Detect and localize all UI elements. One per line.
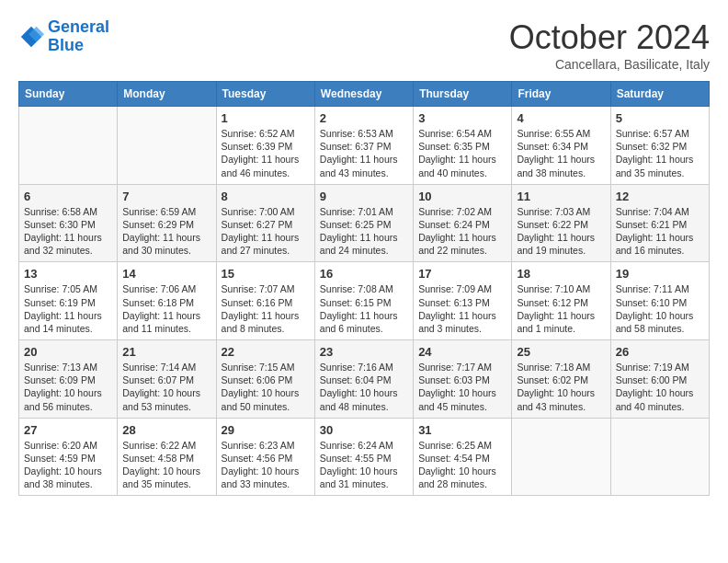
day-detail: Sunrise: 6:25 AM Sunset: 4:54 PM Dayligh… [418,439,506,491]
calendar-week-row: 1Sunrise: 6:52 AM Sunset: 6:39 PM Daylig… [19,107,710,185]
calendar-cell: 18Sunrise: 7:10 AM Sunset: 6:12 PM Dayli… [512,262,610,340]
calendar-cell: 7Sunrise: 6:59 AM Sunset: 6:29 PM Daylig… [118,184,216,262]
day-number: 19 [616,267,704,281]
day-number: 7 [122,190,210,203]
calendar-cell: 1Sunrise: 6:52 AM Sunset: 6:39 PM Daylig… [216,107,314,185]
month-title: October 2024 [509,18,710,57]
day-number: 10 [418,190,506,203]
day-detail: Sunrise: 7:04 AM Sunset: 6:21 PM Dayligh… [616,205,704,258]
day-number: 24 [418,345,506,359]
day-detail: Sunrise: 7:02 AM Sunset: 6:24 PM Dayligh… [418,205,506,258]
calendar-cell [512,418,610,496]
calendar-cell: 13Sunrise: 7:05 AM Sunset: 6:19 PM Dayli… [19,262,118,340]
day-number: 25 [517,345,605,359]
day-number: 17 [418,267,506,281]
calendar-cell: 19Sunrise: 7:11 AM Sunset: 6:10 PM Dayli… [610,262,709,340]
calendar-cell [19,107,118,185]
calendar-week-row: 6Sunrise: 6:58 AM Sunset: 6:30 PM Daylig… [19,184,710,262]
day-number: 27 [24,423,112,437]
day-number: 14 [122,267,210,281]
logo: General Blue [18,18,109,55]
calendar-cell: 29Sunrise: 6:23 AM Sunset: 4:56 PM Dayli… [216,418,314,496]
weekday-header: Thursday [414,82,512,107]
calendar-cell: 4Sunrise: 6:55 AM Sunset: 6:34 PM Daylig… [512,107,610,185]
day-detail: Sunrise: 6:22 AM Sunset: 4:58 PM Dayligh… [122,439,210,491]
calendar-cell: 5Sunrise: 6:57 AM Sunset: 6:32 PM Daylig… [610,107,709,185]
calendar-week-row: 20Sunrise: 7:13 AM Sunset: 6:09 PM Dayli… [19,340,710,419]
calendar-cell: 15Sunrise: 7:07 AM Sunset: 6:16 PM Dayli… [216,262,314,340]
day-detail: Sunrise: 6:54 AM Sunset: 6:35 PM Dayligh… [418,127,506,179]
calendar-cell: 30Sunrise: 6:24 AM Sunset: 4:55 PM Dayli… [314,418,413,496]
calendar-cell [118,107,216,185]
weekday-header: Friday [512,82,610,107]
weekday-header-row: SundayMondayTuesdayWednesdayThursdayFrid… [19,82,710,107]
calendar-cell: 10Sunrise: 7:02 AM Sunset: 6:24 PM Dayli… [414,184,512,262]
day-detail: Sunrise: 7:15 AM Sunset: 6:06 PM Dayligh… [222,361,310,413]
calendar-cell: 11Sunrise: 7:03 AM Sunset: 6:22 PM Dayli… [512,184,610,262]
day-detail: Sunrise: 6:23 AM Sunset: 4:56 PM Dayligh… [222,439,310,491]
calendar-cell: 6Sunrise: 6:58 AM Sunset: 6:30 PM Daylig… [19,184,118,262]
day-number: 13 [24,267,112,281]
day-detail: Sunrise: 6:24 AM Sunset: 4:55 PM Dayligh… [320,439,408,491]
day-number: 21 [122,345,210,359]
day-detail: Sunrise: 7:07 AM Sunset: 6:16 PM Dayligh… [222,282,310,335]
day-detail: Sunrise: 6:57 AM Sunset: 6:32 PM Dayligh… [616,127,704,179]
day-detail: Sunrise: 7:11 AM Sunset: 6:10 PM Dayligh… [616,282,704,335]
day-number: 8 [222,190,310,203]
calendar-week-row: 13Sunrise: 7:05 AM Sunset: 6:19 PM Dayli… [19,262,710,340]
day-detail: Sunrise: 7:09 AM Sunset: 6:13 PM Dayligh… [418,282,506,335]
calendar-cell: 12Sunrise: 7:04 AM Sunset: 6:21 PM Dayli… [610,184,709,262]
calendar-week-row: 27Sunrise: 6:20 AM Sunset: 4:59 PM Dayli… [19,418,710,496]
weekday-header: Tuesday [216,82,314,107]
calendar-cell: 21Sunrise: 7:14 AM Sunset: 6:07 PM Dayli… [118,340,216,419]
day-number: 4 [517,111,605,125]
weekday-header: Wednesday [314,82,413,107]
day-detail: Sunrise: 7:17 AM Sunset: 6:03 PM Dayligh… [418,361,506,413]
day-number: 22 [222,345,310,359]
day-detail: Sunrise: 6:52 AM Sunset: 6:39 PM Dayligh… [222,127,310,179]
day-detail: Sunrise: 7:19 AM Sunset: 6:00 PM Dayligh… [616,361,704,413]
day-number: 28 [122,423,210,437]
logo-icon [18,24,44,50]
location-subtitle: Cancellara, Basilicate, Italy [509,57,710,72]
day-detail: Sunrise: 6:53 AM Sunset: 6:37 PM Dayligh… [320,127,408,179]
calendar-cell [610,418,709,496]
day-number: 29 [222,423,310,437]
calendar-cell: 27Sunrise: 6:20 AM Sunset: 4:59 PM Dayli… [19,418,118,496]
day-number: 2 [320,111,408,125]
calendar-cell: 17Sunrise: 7:09 AM Sunset: 6:13 PM Dayli… [414,262,512,340]
day-number: 20 [24,345,112,359]
calendar-cell: 28Sunrise: 6:22 AM Sunset: 4:58 PM Dayli… [118,418,216,496]
day-detail: Sunrise: 6:58 AM Sunset: 6:30 PM Dayligh… [24,205,112,258]
day-number: 23 [320,345,408,359]
calendar-cell: 16Sunrise: 7:08 AM Sunset: 6:15 PM Dayli… [314,262,413,340]
day-detail: Sunrise: 7:08 AM Sunset: 6:15 PM Dayligh… [320,282,408,335]
weekday-header: Sunday [19,82,118,107]
day-number: 6 [24,190,112,203]
day-number: 1 [222,111,310,125]
weekday-header: Monday [118,82,216,107]
day-detail: Sunrise: 6:59 AM Sunset: 6:29 PM Dayligh… [122,205,210,258]
logo-line1: General [48,17,109,36]
calendar-cell: 20Sunrise: 7:13 AM Sunset: 6:09 PM Dayli… [19,340,118,419]
day-detail: Sunrise: 7:10 AM Sunset: 6:12 PM Dayligh… [517,282,605,335]
day-detail: Sunrise: 6:20 AM Sunset: 4:59 PM Dayligh… [24,439,112,491]
logo-line2: Blue [48,36,84,54]
calendar-cell: 9Sunrise: 7:01 AM Sunset: 6:25 PM Daylig… [314,184,413,262]
weekday-header: Saturday [610,82,709,107]
day-number: 12 [616,190,704,203]
day-detail: Sunrise: 7:14 AM Sunset: 6:07 PM Dayligh… [122,361,210,413]
day-detail: Sunrise: 7:18 AM Sunset: 6:02 PM Dayligh… [517,361,605,413]
page-header: General Blue October 2024 Cancellara, Ba… [18,18,710,72]
day-detail: Sunrise: 7:05 AM Sunset: 6:19 PM Dayligh… [24,282,112,335]
day-detail: Sunrise: 7:01 AM Sunset: 6:25 PM Dayligh… [320,205,408,258]
day-detail: Sunrise: 7:13 AM Sunset: 6:09 PM Dayligh… [24,361,112,413]
title-section: October 2024 Cancellara, Basilicate, Ita… [509,18,710,72]
calendar-cell: 2Sunrise: 6:53 AM Sunset: 6:37 PM Daylig… [314,107,413,185]
calendar-cell: 8Sunrise: 7:00 AM Sunset: 6:27 PM Daylig… [216,184,314,262]
day-number: 5 [616,111,704,125]
calendar-table: SundayMondayTuesdayWednesdayThursdayFrid… [18,81,710,496]
day-number: 15 [222,267,310,281]
calendar-cell: 25Sunrise: 7:18 AM Sunset: 6:02 PM Dayli… [512,340,610,419]
day-detail: Sunrise: 6:55 AM Sunset: 6:34 PM Dayligh… [517,127,605,179]
